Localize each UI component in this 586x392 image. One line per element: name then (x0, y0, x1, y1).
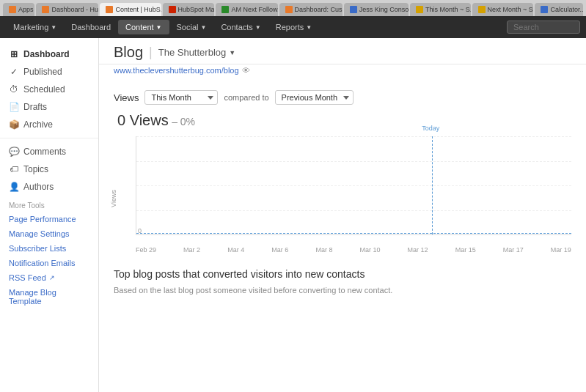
sidebar-item-scheduled[interactable]: ⏱Scheduled (0, 81, 98, 98)
tools-label-rss-feed: RSS Feed (9, 273, 46, 282)
time-period-select[interactable]: This Month Last Month Last 3 Months (144, 90, 218, 105)
browser-tab-calculator[interactable]: Calculator... (535, 3, 583, 16)
views-label: Views (114, 92, 139, 103)
grid-line-25 (136, 161, 571, 162)
sidebar-item-drafts[interactable]: 📄Drafts (0, 98, 98, 116)
nav-item-social[interactable]: Social▼ (169, 20, 214, 34)
x-label-9: Mar 19 (551, 246, 571, 254)
compared-to-label: compared to (224, 93, 268, 102)
tools-item-notification-emails[interactable]: Notification Emails (0, 256, 98, 270)
sidebar-item-topics[interactable]: 🏷Topics (0, 160, 98, 178)
blog-selector[interactable]: The Shutterblog ▼ (158, 47, 235, 58)
dashboard-content: Views This Month Last Month Last 3 Month… (99, 79, 586, 306)
today-marker: Today (432, 136, 433, 234)
stat-display: 0 Views – 0% (117, 112, 571, 129)
sidebar-item-comments[interactable]: 💬Comments (0, 143, 98, 160)
tools-section-label: More Tools (0, 196, 98, 212)
sidebar-label-topics: Topics (23, 164, 48, 174)
stat-value: 0 Views (117, 112, 169, 128)
tools-item-manage-settings[interactable]: Manage Settings (0, 226, 98, 241)
sidebar-divider-1 (0, 138, 98, 138)
tools-label-manage-blog-template: Manage Blog Template (9, 288, 89, 306)
x-label-8: Mar 17 (503, 246, 524, 254)
x-label-4: Mar 8 (315, 246, 332, 254)
browser-tab-this-month[interactable]: This Month ~ S... (410, 3, 471, 16)
page-url: www.theclevershutterbug.com/blog 👁 (99, 64, 586, 79)
browser-tab-dashboard-hu[interactable]: Dashboard - Hu... (36, 3, 98, 16)
sidebar-item-dashboard[interactable]: ⊞Dashboard (0, 45, 98, 63)
sidebar-label-dashboard: Dashboard (23, 49, 70, 59)
browser-tab-dashboard-cus[interactable]: Dashboard: Cus... (279, 3, 343, 16)
page-header: Blog | The Shutterblog ▼ (99, 38, 586, 64)
nav-item-marketing[interactable]: Marketing▼ (6, 20, 64, 34)
sidebar-label-comments: Comments (23, 147, 66, 157)
y-axis-label: Views (110, 177, 117, 221)
tools-item-rss-feed[interactable]: RSS Feed ↗ (0, 270, 98, 285)
grid-line-75 (136, 210, 571, 211)
browser-tab-am-next-follow[interactable]: AM Next Follow... (216, 3, 277, 16)
section-desc: Based on the last blog post someone visi… (114, 286, 571, 295)
x-label-3: Mar 6 (271, 246, 288, 254)
chart-container: Views 0 Today (114, 136, 571, 254)
sidebar-item-authors[interactable]: 👤Authors (0, 178, 98, 196)
tools-item-manage-blog-template[interactable]: Manage Blog Template (0, 285, 98, 308)
nav-caret-marketing: ▼ (51, 24, 56, 31)
page-title: Blog (114, 44, 143, 61)
x-label-5: Mar 10 (359, 246, 380, 254)
views-controls: Views This Month Last Month Last 3 Month… (114, 90, 571, 105)
sidebar-item-archive[interactable]: 📦Archive (0, 116, 98, 133)
x-label-6: Mar 12 (408, 246, 428, 254)
sidebar-label-drafts: Drafts (23, 102, 47, 112)
x-label-0: Feb 29 (136, 246, 156, 254)
blog-url-text: www.theclevershutterbug.com/blog (114, 66, 239, 75)
data-line (136, 233, 571, 234)
today-label: Today (422, 125, 439, 132)
browser-tab-next-month[interactable]: Next Month ~ S... (472, 3, 534, 16)
file-icon: 📄 (9, 102, 19, 112)
nav-item-contacts[interactable]: Contacts▼ (213, 20, 268, 34)
grid-icon: ⊞ (9, 49, 19, 59)
browser-tab-apps[interactable]: Apps (3, 3, 34, 16)
grid-line-50 (136, 185, 571, 186)
tools-item-subscriber-lists[interactable]: Subscriber Lists (0, 241, 98, 256)
check-icon: ✓ (9, 67, 19, 77)
blog-name: The Shutterblog (158, 47, 227, 58)
section-title: Top blog posts that converted visitors i… (114, 268, 571, 280)
page-separator: | (149, 45, 153, 60)
eye-icon: 👁 (242, 66, 250, 75)
sidebar: ⊞Dashboard✓Published⏱Scheduled📄Drafts📦Ar… (0, 38, 99, 392)
bottom-section: Top blog posts that converted visitors i… (114, 268, 571, 295)
chart-area: 0 Today (136, 136, 571, 235)
nav-item-content[interactable]: Content▼ (118, 20, 169, 34)
nav-caret-reports: ▼ (306, 24, 312, 31)
bubble-icon: 💬 (9, 147, 19, 157)
browser-tabs: AppsDashboard - Hu...Content | HubS...Hu… (0, 0, 586, 16)
browser-tab-jess-king[interactable]: Jess King Conso... (344, 3, 409, 16)
nav-caret-contacts: ▼ (255, 24, 261, 31)
blog-selector-caret: ▼ (229, 49, 235, 56)
nav-caret-content: ▼ (156, 24, 162, 31)
grid-line-top (136, 136, 571, 137)
sidebar-label-archive: Archive (23, 119, 53, 130)
x-axis: Feb 29 Mar 2 Mar 4 Mar 6 Mar 8 Mar 10 Ma… (136, 235, 571, 254)
content-area: Blog | The Shutterblog ▼ www.thecleversh… (99, 38, 586, 392)
nav-item-reports[interactable]: Reports▼ (268, 20, 319, 34)
browser-tab-content-hubs[interactable]: Content | HubS... (100, 3, 161, 16)
clock-icon: ⏱ (9, 84, 19, 95)
nav-caret-social: ▼ (200, 24, 206, 31)
sidebar-item-published[interactable]: ✓Published (0, 63, 98, 81)
x-label-7: Mar 15 (455, 246, 476, 254)
tools-label-notification-emails: Notification Emails (9, 259, 75, 267)
nav-item-dashboard[interactable]: Dashboard (64, 20, 118, 34)
y-zero-label: 0 (138, 227, 142, 234)
tools-label-page-performance: Page Performance (9, 215, 76, 223)
compare-period-select[interactable]: Previous Month Previous Year (275, 90, 354, 105)
x-label-1: Mar 2 (183, 246, 200, 254)
tools-item-page-performance[interactable]: Page Performance (0, 212, 98, 226)
nav-search-input[interactable] (507, 21, 580, 34)
sidebar-label-published: Published (23, 67, 62, 77)
browser-tab-hubspot-mail[interactable]: HubSpot Mail (163, 3, 215, 16)
x-label-2: Mar 4 (227, 246, 244, 254)
tools-label-manage-settings: Manage Settings (9, 229, 70, 238)
person-icon: 👤 (9, 182, 19, 192)
